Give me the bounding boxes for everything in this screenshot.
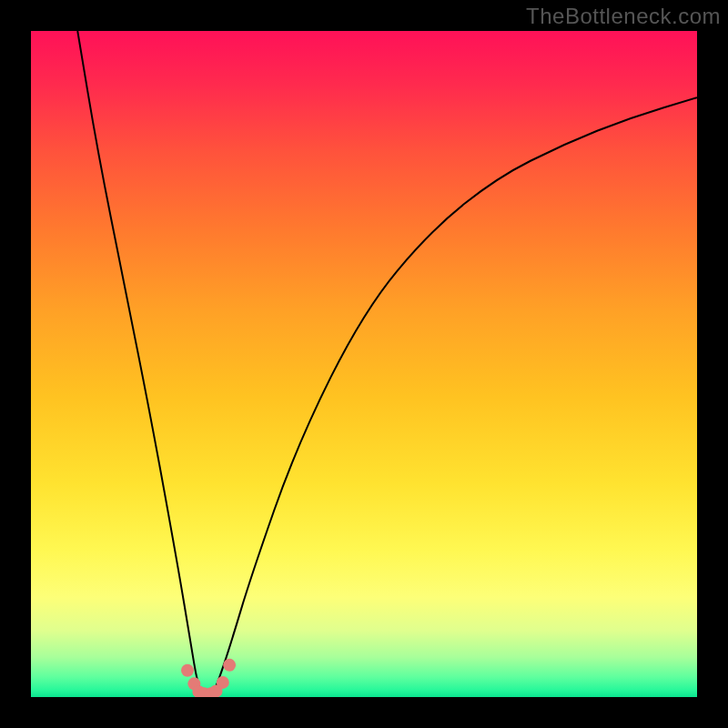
plot-area bbox=[31, 31, 697, 697]
bottleneck-curve-path bbox=[77, 31, 697, 697]
chart-frame: TheBottleneck.com bbox=[0, 0, 728, 728]
curve bbox=[77, 31, 697, 697]
trough-marker bbox=[217, 676, 229, 689]
curve-layer bbox=[31, 31, 697, 697]
watermark-text: TheBottleneck.com bbox=[526, 4, 721, 29]
trough-markers bbox=[181, 659, 236, 697]
trough-marker bbox=[181, 664, 194, 677]
trough-marker bbox=[223, 659, 236, 672]
